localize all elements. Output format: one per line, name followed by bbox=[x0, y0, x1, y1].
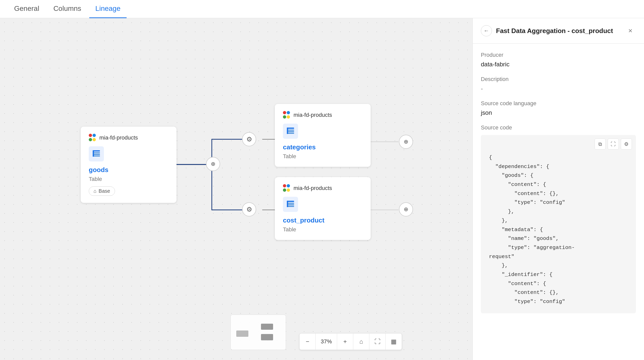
zoom-in-button[interactable]: + bbox=[337, 334, 353, 350]
description-label: Description bbox=[481, 76, 636, 82]
top-nav: General Columns Lineage bbox=[0, 0, 644, 18]
node-goods-name: goods bbox=[89, 166, 108, 174]
zoom-level: 37% bbox=[316, 334, 337, 350]
fit-button[interactable]: ⌂ bbox=[353, 334, 369, 350]
gear-icon-top: ⚙ bbox=[246, 135, 252, 143]
node-categories-type: Table bbox=[283, 153, 296, 160]
svg-rect-17 bbox=[287, 201, 288, 207]
base-badge: ⌂ Base bbox=[89, 186, 115, 196]
back-arrow-icon: ← bbox=[484, 27, 489, 34]
source-code-container: ⧉ ⛶ ⚙ { "dependencies": { "goods": { "co… bbox=[481, 135, 636, 313]
mia-fd-products-icon-bottom bbox=[283, 184, 291, 192]
zoom-out-button[interactable]: − bbox=[300, 334, 316, 350]
panel-body: Producer data-fabric Description - Sourc… bbox=[473, 44, 644, 360]
settings-icon: ⚙ bbox=[624, 141, 629, 147]
node-cost-product-body: cost_product Table bbox=[283, 197, 363, 233]
expand-code-icon: ⛶ bbox=[611, 141, 616, 147]
mia-fd-products-icon-top bbox=[283, 111, 291, 119]
producer-label: Producer bbox=[481, 52, 636, 58]
map-button[interactable]: ▦ bbox=[386, 334, 402, 350]
node-categories-namespace: mia-fd-products bbox=[294, 112, 332, 118]
description-section: Description - bbox=[481, 76, 636, 92]
source-code-text: { "dependencies": { "goods": { "content"… bbox=[481, 153, 636, 313]
mia-fd-products-icon bbox=[89, 134, 97, 142]
expand-bottom-circle[interactable]: ⊕ bbox=[399, 202, 413, 216]
panel-title: Fast Data Aggregation - cost_product bbox=[496, 27, 621, 35]
expand-icon: ⊕ bbox=[211, 161, 215, 167]
copy-button[interactable]: ⧉ bbox=[595, 139, 606, 150]
source-code-toolbar: ⧉ ⛶ ⚙ bbox=[481, 135, 636, 153]
svg-rect-12 bbox=[287, 128, 288, 134]
tab-columns[interactable]: Columns bbox=[47, 0, 87, 18]
description-value: - bbox=[481, 85, 636, 92]
node-categories-name: categories bbox=[283, 143, 316, 151]
producer-section: Producer data-fabric bbox=[481, 52, 636, 68]
node-cost-product-namespace: mia-fd-products bbox=[294, 185, 332, 191]
panel-header: ← Fast Data Aggregation - cost_product × bbox=[473, 18, 644, 44]
table-icon-goods bbox=[89, 146, 104, 161]
minimap-node-bottom bbox=[261, 334, 273, 340]
node-categories[interactable]: mia-fd-products categories Table bbox=[275, 104, 371, 167]
back-button[interactable]: ← bbox=[481, 25, 492, 36]
node-cost-product-header: mia-fd-products bbox=[283, 184, 363, 192]
node-goods-header: mia-fd-products bbox=[89, 134, 168, 142]
minimap-node-top bbox=[261, 324, 273, 330]
expand-top-circle[interactable]: ⊕ bbox=[399, 135, 413, 149]
node-goods-namespace: mia-fd-products bbox=[99, 134, 138, 141]
zoom-controls: − 37% + ⌂ ⛶ ▦ bbox=[299, 333, 402, 350]
expand-icon-top: ⊕ bbox=[404, 139, 408, 145]
expand-source-circle[interactable]: ⊕ bbox=[206, 157, 220, 171]
source-code-label: Source code bbox=[481, 124, 636, 131]
node-goods[interactable]: mia-fd-products goods Table ⌂ Base bbox=[81, 127, 177, 203]
fullscreen-button[interactable]: ⛶ bbox=[369, 334, 386, 350]
settings-code-button[interactable]: ⚙ bbox=[621, 139, 632, 150]
tab-general[interactable]: General bbox=[8, 0, 45, 18]
source-language-label: Source code language bbox=[481, 100, 636, 107]
node-cost-product-type: Table bbox=[283, 226, 296, 233]
lineage-canvas[interactable]: mia-fd-products goods Table ⌂ Base bbox=[0, 18, 473, 360]
copy-icon: ⧉ bbox=[598, 141, 602, 147]
gear-circle-top[interactable]: ⚙ bbox=[242, 132, 256, 146]
svg-rect-7 bbox=[93, 150, 94, 157]
gear-circle-bottom[interactable]: ⚙ bbox=[242, 202, 256, 216]
connector-lines bbox=[0, 18, 473, 360]
expand-icon-bottom: ⊕ bbox=[404, 206, 408, 213]
main-area: mia-fd-products goods Table ⌂ Base bbox=[0, 18, 644, 360]
map-icon: ▦ bbox=[391, 338, 397, 345]
node-categories-body: categories Table bbox=[283, 124, 363, 160]
source-code-section: Source code ⧉ ⛶ ⚙ { "dependencies": { bbox=[481, 124, 636, 313]
source-language-value: json bbox=[481, 109, 636, 116]
home-icon: ⌂ bbox=[94, 188, 97, 194]
close-button[interactable]: × bbox=[625, 25, 636, 36]
node-cost-product-name: cost_product bbox=[283, 216, 325, 224]
node-categories-header: mia-fd-products bbox=[283, 111, 363, 119]
gear-icon-bottom: ⚙ bbox=[246, 206, 252, 213]
fullscreen-icon: ⛶ bbox=[374, 338, 380, 345]
node-goods-body: goods Table ⌂ Base bbox=[89, 146, 168, 196]
source-language-section: Source code language json bbox=[481, 100, 636, 116]
minimap-node-source bbox=[236, 330, 248, 337]
node-goods-type: Table bbox=[89, 176, 102, 182]
table-icon-cost bbox=[283, 197, 298, 212]
minimap bbox=[230, 315, 286, 350]
fit-icon: ⌂ bbox=[359, 338, 363, 345]
producer-value: data-fabric bbox=[481, 61, 636, 68]
table-icon-categories bbox=[283, 124, 298, 139]
node-cost-product[interactable]: mia-fd-products cost_product Table bbox=[275, 177, 371, 240]
minimap-inner bbox=[231, 315, 286, 350]
expand-code-button[interactable]: ⛶ bbox=[608, 139, 619, 150]
tab-lineage[interactable]: Lineage bbox=[89, 0, 127, 18]
right-panel: ← Fast Data Aggregation - cost_product ×… bbox=[473, 18, 644, 360]
close-icon: × bbox=[628, 27, 632, 35]
